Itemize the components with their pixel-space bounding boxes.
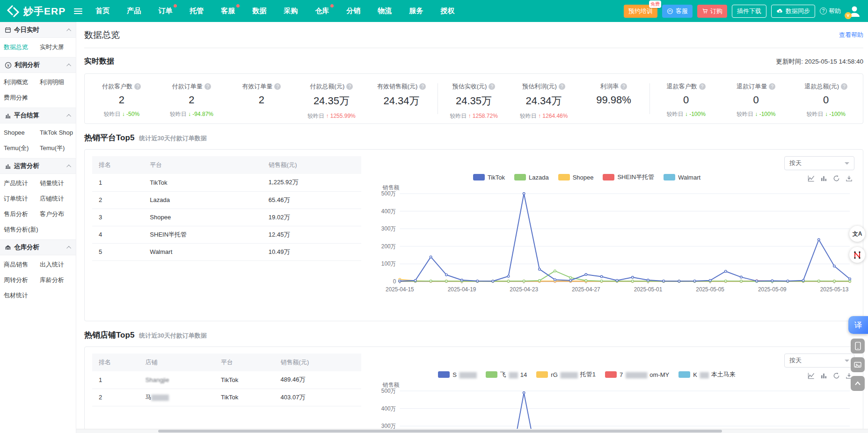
table-row[interactable]: 1ShangjieTikTok489.46万: [92, 371, 361, 389]
line-chart-icon[interactable]: [808, 175, 815, 182]
help-icon[interactable]: [699, 83, 706, 90]
sidebar-item-利润明细[interactable]: 利润明细: [40, 74, 76, 90]
line-chart-icon[interactable]: [808, 372, 815, 379]
legend-item-3[interactable]: 7▇▇▇▇▇om-MY: [605, 371, 669, 378]
booking-training-button[interactable]: 预约培训 免费: [624, 5, 657, 18]
sidebar-item-库龄分析[interactable]: 库龄分析: [40, 272, 76, 288]
sidebar-item-订单统计[interactable]: 订单统计: [4, 191, 40, 206]
sidebar-group-header-1[interactable]: ¥利润分析: [0, 57, 76, 73]
help-button[interactable]: ? 帮助: [820, 7, 841, 15]
sidebar-item-TikTok Shop[interactable]: TikTok Shop: [40, 125, 76, 140]
refresh-icon[interactable]: [833, 372, 840, 379]
bar-chart-icon[interactable]: [820, 175, 827, 182]
sidebar-item-销售分析(新)[interactable]: 销售分析(新): [4, 222, 40, 237]
range-select[interactable]: 按天: [784, 156, 854, 170]
sidebar-item-数据总览[interactable]: 数据总览: [4, 39, 40, 55]
support-button[interactable]: 客服: [662, 5, 693, 18]
legend-item-4[interactable]: K▇▇本土马来: [678, 370, 736, 379]
refresh-icon[interactable]: [833, 175, 840, 182]
table-row[interactable]: 4SHEIN半托管12.45万: [92, 226, 361, 243]
sidebar-item-实时大屏[interactable]: 实时大屏: [40, 39, 76, 55]
legend-item-TikTok[interactable]: TikTok: [473, 174, 505, 181]
help-icon[interactable]: [559, 83, 565, 90]
nav-item-label: 首页: [95, 7, 109, 14]
download-icon[interactable]: [846, 175, 853, 182]
sidebar-item-店铺统计[interactable]: 店铺统计: [40, 191, 76, 206]
legend-item-SHEIN半托管[interactable]: SHEIN半托管: [603, 173, 654, 181]
nav-item-授权[interactable]: 授权: [439, 5, 455, 17]
shop-sales-chart[interactable]: 销售额500万400万300万200万100万02025-04-152025-0…: [374, 381, 855, 433]
table-row[interactable]: 5Walmart10.49万: [92, 243, 361, 260]
sidebar-item-Temu(半)[interactable]: Temu(半): [40, 140, 76, 156]
nav-item-产品[interactable]: 产品: [126, 5, 142, 17]
sidebar-item-出入统计[interactable]: 出入统计: [40, 257, 76, 272]
help-icon[interactable]: [274, 83, 281, 90]
help-icon[interactable]: [419, 83, 426, 90]
phone-widget-button[interactable]: [851, 339, 865, 354]
legend-item-Shopee[interactable]: Shopee: [558, 174, 594, 181]
screenshot-widget-button[interactable]: [851, 357, 865, 372]
help-icon[interactable]: [769, 83, 775, 90]
compare-percent: -100%: [758, 111, 775, 117]
nav-item-订单[interactable]: 订单: [157, 5, 173, 17]
top-navbar: 妙手ERP 首页产品订单托管客服数据采购仓库分销物流服务授权 预约培训 免费 客…: [0, 0, 868, 22]
platform-sales-chart[interactable]: 销售额500万400万300万200万100万02025-04-152025-0…: [374, 183, 855, 301]
legend-item-Walmart[interactable]: Walmart: [664, 174, 700, 181]
bar-chart-icon[interactable]: [820, 372, 827, 379]
back-to-top-button[interactable]: [851, 376, 865, 391]
sidebar-group-header-0[interactable]: 今日实时: [0, 22, 76, 38]
order-button[interactable]: 订购: [697, 5, 727, 18]
sidebar-item-Shopee[interactable]: Shopee: [4, 125, 40, 140]
compare-percent: -94.87%: [191, 111, 213, 117]
data-sync-button[interactable]: 数据同步: [771, 5, 815, 18]
brand[interactable]: 妙手ERP: [7, 5, 66, 18]
translate-bubble-button[interactable]: 译: [848, 316, 868, 334]
plugin-download-button[interactable]: 插件下载: [732, 5, 766, 18]
sidebar-item-客户分布[interactable]: 客户分布: [40, 206, 76, 222]
sidebar-group-header-4[interactable]: 仓库分析: [0, 239, 76, 255]
help-icon[interactable]: [841, 83, 847, 90]
table-row[interactable]: 3Shopee19.02万: [92, 209, 361, 226]
translate-page-button[interactable]: 文A: [849, 226, 865, 242]
sidebar-group-header-3[interactable]: 运营分析: [0, 158, 76, 174]
nav-item-仓库[interactable]: 仓库: [314, 5, 330, 17]
sidebar-item-利润概览[interactable]: 利润概览: [4, 74, 40, 90]
nav-item-分销[interactable]: 分销: [345, 5, 361, 17]
legend-item-1[interactable]: 飞▇▇14: [486, 370, 527, 379]
sidebar: 今日实时数据总览实时大屏¥利润分析利润概览利润明细费用分摊平台结算ShopeeT…: [0, 22, 76, 433]
nav-item-服务[interactable]: 服务: [408, 5, 424, 17]
sidebar-item-费用分摊[interactable]: 费用分摊: [4, 90, 40, 105]
avatar[interactable]: V: [847, 4, 861, 18]
table-row[interactable]: 1TikTok1,225.92万: [92, 174, 361, 191]
sidebar-item-周转分析[interactable]: 周转分析: [4, 272, 40, 288]
sidebar-group-header-2[interactable]: 平台结算: [0, 108, 76, 123]
sidebar-item-售后分析[interactable]: 售后分析: [4, 206, 40, 222]
range-select[interactable]: 按天: [784, 354, 854, 368]
sidebar-item-包材统计[interactable]: 包材统计: [4, 288, 40, 303]
table-row[interactable]: 2马▇▇▇▇TikTok403.07万: [92, 389, 361, 406]
nav-item-数据[interactable]: 数据: [251, 5, 267, 17]
nav-item-客服[interactable]: 客服: [220, 5, 236, 17]
menu-collapse-icon[interactable]: [74, 7, 82, 15]
nav-item-首页[interactable]: 首页: [95, 5, 110, 17]
nav-item-托管[interactable]: 托管: [189, 5, 204, 17]
help-icon[interactable]: [134, 83, 141, 90]
help-icon[interactable]: [620, 83, 627, 90]
sidebar-item-产品统计[interactable]: 产品统计: [4, 175, 40, 191]
nav-item-物流[interactable]: 物流: [377, 5, 393, 17]
legend-item-Lazada[interactable]: Lazada: [514, 174, 549, 181]
sidebar-item-销量统计[interactable]: 销量统计: [40, 175, 76, 191]
view-help-link[interactable]: 查看帮助: [839, 31, 863, 39]
network-extension-button[interactable]: [849, 247, 865, 263]
help-icon[interactable]: [346, 83, 353, 90]
nav-item-采购[interactable]: 采购: [283, 5, 299, 17]
sidebar-item-商品销售[interactable]: 商品销售: [4, 257, 40, 272]
sidebar-item-Temu(全)[interactable]: Temu(全): [4, 140, 40, 156]
help-icon[interactable]: [204, 83, 211, 90]
legend-item-0[interactable]: S▇▇▇▇: [438, 371, 476, 378]
legend-item-2[interactable]: rG▇▇▇▇托管1: [536, 370, 596, 379]
table-row[interactable]: 2Lazada65.46万: [92, 191, 361, 209]
help-icon[interactable]: [489, 83, 495, 90]
compare-label: 较昨日: [807, 111, 825, 117]
scrollbar-thumb[interactable]: [158, 430, 722, 433]
